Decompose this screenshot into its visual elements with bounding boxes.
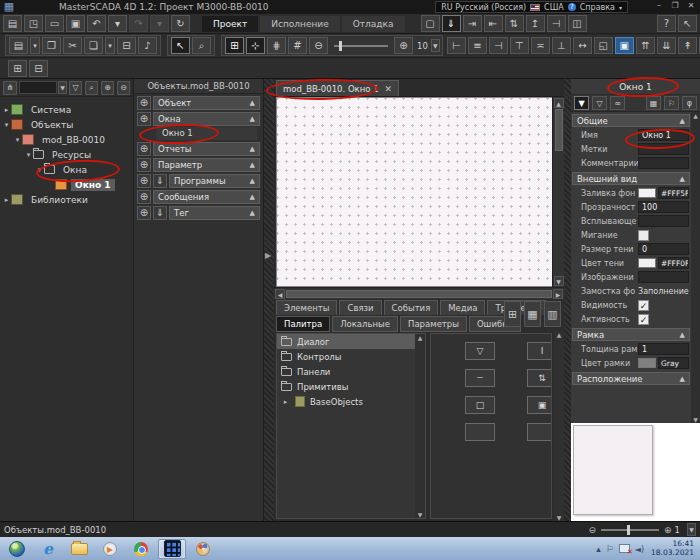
search-icon[interactable]: ⌕ bbox=[85, 81, 98, 95]
palette-tab-2[interactable]: Параметры bbox=[400, 316, 467, 332]
collapse-icon[interactable]: ▲ bbox=[250, 99, 255, 107]
property-section-header[interactable]: Внешний вид▲ bbox=[572, 172, 690, 185]
add-output-point-icon[interactable]: ⊟ bbox=[29, 60, 48, 77]
property-value-input[interactable]: 100 bbox=[638, 201, 689, 213]
palette-group[interactable]: Контролы bbox=[277, 349, 425, 364]
object-item[interactable]: Окно 1 bbox=[156, 127, 257, 140]
scroll-right-icon[interactable]: ▶ bbox=[553, 289, 563, 299]
collapse-icon[interactable]: ▲ bbox=[680, 375, 685, 383]
help-label[interactable]: Справка bbox=[580, 3, 615, 12]
palette-view-table-icon[interactable]: ▦ bbox=[524, 301, 541, 327]
scroll-down-icon[interactable]: ▼ bbox=[693, 416, 698, 423]
tree-expander-icon[interactable]: ▾ bbox=[13, 136, 22, 144]
duplicate-icon[interactable]: ❏ bbox=[84, 37, 103, 54]
add-input-point-icon[interactable]: ⊞ bbox=[8, 60, 27, 77]
list-swap-icon[interactable]: ⇅ bbox=[505, 15, 524, 32]
open-project-icon[interactable]: ◳ bbox=[24, 15, 43, 32]
tree-item[interactable]: ▾Окна bbox=[0, 162, 133, 177]
collapse-icon[interactable]: ▲ bbox=[680, 117, 685, 125]
group-expander-icon[interactable]: ▸ bbox=[281, 398, 290, 406]
group-view-icon[interactable]: ▦ bbox=[646, 96, 661, 110]
send-back-icon[interactable]: ⇊ bbox=[657, 37, 676, 54]
collapse-icon[interactable]: ▲ bbox=[680, 331, 685, 339]
preview-zoom-dropdown-icon[interactable]: ▼ bbox=[687, 523, 696, 536]
selection-frame-icon[interactable]: ▢ bbox=[421, 15, 440, 32]
tray-expand-icon[interactable]: ▴ bbox=[596, 544, 601, 554]
language-label[interactable]: RU Русский (Россия) bbox=[441, 3, 526, 12]
scroll-up-icon[interactable]: ▲ bbox=[693, 112, 698, 119]
fit-to-grid-icon[interactable]: ▣ bbox=[615, 37, 634, 54]
region-label[interactable]: США bbox=[544, 3, 564, 12]
scroll-up-icon[interactable]: ▲ bbox=[557, 331, 562, 338]
chrome-taskbar-button[interactable] bbox=[127, 539, 155, 559]
window-preview-thumbnail[interactable] bbox=[571, 423, 700, 521]
collapse-icon[interactable]: ▲ bbox=[250, 145, 255, 153]
forward-icon[interactable]: ↟ bbox=[678, 37, 697, 54]
zoom-slider[interactable] bbox=[334, 45, 388, 47]
filter-edit-icon[interactable]: ▽ bbox=[592, 96, 607, 110]
properties-scrollbar[interactable]: ▲ ▼ bbox=[691, 112, 700, 423]
property-section-header[interactable]: Расположение▲ bbox=[572, 372, 690, 385]
zoom-dropdown-icon[interactable]: ▼ bbox=[431, 39, 440, 52]
media-player-taskbar-button[interactable]: ▶ bbox=[96, 539, 124, 559]
dotted-line-control[interactable]: ┄ bbox=[465, 369, 495, 387]
add-button[interactable]: ⊕ bbox=[137, 112, 151, 126]
tab-close-icon[interactable]: ✕ bbox=[385, 84, 393, 94]
filter-properties-icon[interactable]: ▼ bbox=[574, 96, 589, 110]
help-icon[interactable]: ? bbox=[657, 15, 676, 32]
select-pointer-icon[interactable]: ↖ bbox=[171, 37, 190, 54]
collapse-handle-icon[interactable]: ▶ bbox=[265, 251, 271, 260]
tree-item[interactable]: Окно 1 bbox=[0, 177, 133, 192]
property-value-input[interactable] bbox=[638, 157, 689, 169]
import-button[interactable]: ⇓ bbox=[153, 174, 167, 188]
minimize-button[interactable]: – bbox=[652, 0, 666, 12]
taskbar-clock[interactable]: 16:41 18.03.2021 bbox=[651, 540, 694, 557]
group-list-scrollbar[interactable]: ▲ ▼ bbox=[415, 334, 425, 518]
palette-view-columns-icon[interactable]: ▥ bbox=[544, 301, 561, 327]
tree-mode-icon[interactable]: ⋔ bbox=[3, 81, 17, 95]
more-icon[interactable]: ▾ bbox=[105, 37, 115, 54]
same-width-icon[interactable]: ↔ bbox=[573, 37, 592, 54]
collapse-icon[interactable]: ▲ bbox=[250, 193, 255, 201]
section-header-4[interactable]: Программы▲ bbox=[169, 174, 260, 188]
grid-snap-icon[interactable]: ⊹ bbox=[246, 37, 265, 54]
palette-view-grid-icon[interactable]: ⊞ bbox=[504, 301, 521, 327]
text-input-control[interactable]: I bbox=[527, 342, 552, 360]
align-right-icon[interactable]: ⊣ bbox=[489, 37, 508, 54]
align-center-v-icon[interactable]: ≍ bbox=[531, 37, 550, 54]
more-icon[interactable]: ▾ bbox=[30, 37, 40, 54]
script-icon[interactable]: ♪ bbox=[138, 37, 157, 54]
align-top-icon[interactable]: ⊤ bbox=[510, 37, 529, 54]
file-explorer-taskbar-button[interactable] bbox=[65, 539, 93, 559]
zoom-out-icon[interactable]: ⊖ bbox=[309, 37, 328, 54]
preview-zoom-slider[interactable] bbox=[601, 529, 659, 531]
canvas-vertical-scrollbar[interactable]: ▲ ▼ bbox=[552, 97, 564, 287]
checkbox[interactable] bbox=[638, 230, 649, 241]
add-button[interactable]: ⊕ bbox=[137, 206, 151, 220]
checkbox[interactable]: ✓ bbox=[638, 300, 649, 311]
collapse-icon[interactable]: ▲ bbox=[250, 209, 255, 217]
collapse-icon[interactable]: ▲ bbox=[250, 161, 255, 169]
filter-icon[interactable]: ▽ bbox=[69, 81, 82, 95]
dock-left-icon[interactable]: ⊣ bbox=[547, 15, 566, 32]
more-icon[interactable]: ▾ bbox=[150, 15, 169, 32]
align-left-icon[interactable]: ⊢ bbox=[447, 37, 466, 54]
list-in-icon[interactable]: ⇥ bbox=[463, 15, 482, 32]
collapse-icon[interactable]: ▲ bbox=[250, 177, 255, 185]
section-header-6[interactable]: Тег▲ bbox=[169, 206, 260, 220]
scroll-up-icon[interactable]: ▲ bbox=[554, 98, 564, 108]
zoom-in-icon[interactable]: ⊕ bbox=[394, 37, 413, 54]
add-button[interactable]: ⊕ bbox=[137, 174, 151, 188]
flag-icon[interactable]: ⚐ bbox=[664, 96, 679, 110]
grid-show-icon[interactable]: ⊞ bbox=[225, 37, 244, 54]
zoom-lens-icon[interactable]: ⌕ bbox=[192, 37, 211, 54]
palette-group[interactable]: Диалог bbox=[277, 334, 425, 349]
paste-icon[interactable]: ▤ bbox=[9, 37, 28, 54]
tree-item[interactable]: ▾mod_BB-0010 bbox=[0, 132, 133, 147]
binding-icon[interactable]: ∞ bbox=[610, 96, 625, 110]
property-value-input[interactable] bbox=[638, 271, 689, 283]
checkbox[interactable]: ✓ bbox=[638, 314, 649, 325]
palette-scrollbar[interactable]: ▲ ▼ bbox=[554, 331, 564, 521]
same-size-icon[interactable]: ◱ bbox=[594, 37, 613, 54]
color-swatch[interactable] bbox=[638, 358, 656, 368]
